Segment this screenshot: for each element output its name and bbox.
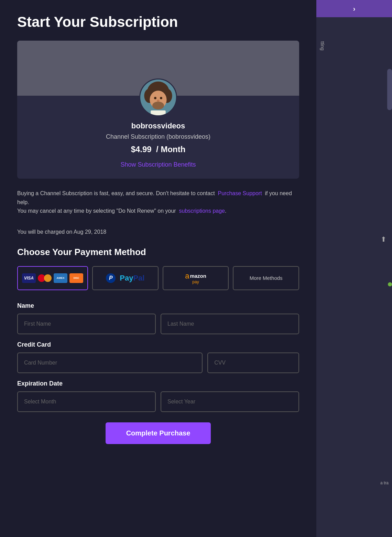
- mastercard-logo: [38, 274, 52, 283]
- page-title: Start Your Subscription: [17, 14, 299, 30]
- info-description: Buying a Channel Subscription is fast, e…: [17, 190, 215, 196]
- visa-logo: VISA: [22, 273, 36, 283]
- purchase-support-link[interactable]: Purchase Support: [218, 190, 262, 196]
- cvv-input[interactable]: [207, 352, 299, 373]
- more-methods-label: More Methods: [250, 275, 283, 281]
- expiration-section: Expiration Date Select Month January Feb…: [17, 380, 299, 412]
- card-number-input[interactable]: [17, 352, 203, 373]
- chevron-right-icon: ›: [353, 5, 356, 13]
- month-select-wrapper: Select Month January February March Apri…: [17, 391, 156, 412]
- svg-rect-9: [151, 110, 165, 116]
- credit-card-section: Credit Card: [17, 341, 299, 373]
- paypal-p-icon: P: [106, 273, 116, 283]
- complete-purchase-button[interactable]: Complete Purchase: [106, 422, 211, 444]
- discover-logo: DISC: [69, 273, 83, 283]
- payment-section-title: Choose Your Payment Method: [17, 247, 299, 257]
- side-panel-top[interactable]: ›: [316, 0, 392, 17]
- price-period: / Month: [156, 145, 185, 154]
- channel-avatar: [139, 78, 177, 116]
- side-panel-bottom-text: a tra: [380, 481, 389, 485]
- expiration-row: Select Month January February March Apri…: [17, 391, 299, 412]
- name-section: Name: [17, 302, 299, 334]
- cancel-notice: You may cancel at any time by selecting …: [17, 208, 176, 214]
- payment-methods: VISA AMEX DISC P PayPal a: [17, 266, 299, 290]
- svg-point-7: [157, 100, 160, 102]
- payment-method-amazon[interactable]: a mazon pay: [163, 266, 229, 290]
- credit-card-row: [17, 352, 299, 373]
- svg-point-6: [160, 97, 162, 99]
- upload-icon: ⬆: [381, 235, 386, 243]
- channel-price: $4.99 / Month: [17, 145, 299, 154]
- amazon-pay-logo: a mazon pay: [185, 272, 206, 284]
- side-panel-scrollbar[interactable]: [387, 69, 392, 110]
- channel-name: bobrossvideos: [17, 122, 299, 130]
- year-select[interactable]: Select Year 2018 2019 2020 2021 2022 202…: [161, 391, 299, 412]
- name-row: [17, 314, 299, 334]
- channel-card: bobrossvideos Channel Subscription (bobr…: [17, 41, 299, 179]
- first-name-input[interactable]: [17, 314, 156, 334]
- expiration-label: Expiration Date: [17, 380, 299, 387]
- complete-purchase-section: Complete Purchase: [17, 422, 299, 444]
- svg-point-8: [152, 102, 164, 109]
- credit-card-label: Credit Card: [17, 341, 299, 348]
- paypal-label: PayPal: [120, 274, 144, 283]
- price-value: $4.99: [131, 145, 152, 154]
- month-select[interactable]: Select Month January February March Apri…: [17, 391, 156, 412]
- name-label: Name: [17, 302, 299, 309]
- amex-logo: AMEX: [54, 273, 67, 283]
- svg-point-5: [154, 97, 156, 99]
- show-benefits-link[interactable]: Show Subscription Benefits: [120, 161, 196, 168]
- subscriptions-page-link[interactable]: subscriptions page: [179, 208, 225, 214]
- channel-subscription-label: Channel Subscription (bobrossvideos): [17, 133, 299, 140]
- side-panel-settings-text: tting: [320, 41, 325, 50]
- green-status-dot: [388, 282, 392, 286]
- payment-method-paypal[interactable]: P PayPal: [92, 266, 159, 290]
- payment-method-more[interactable]: More Methods: [233, 266, 299, 290]
- info-section: Buying a Channel Subscription is fast, e…: [17, 189, 299, 236]
- upload-icon-area[interactable]: ⬆: [375, 231, 392, 248]
- year-select-wrapper: Select Year 2018 2019 2020 2021 2022 202…: [161, 391, 299, 412]
- charge-notice: You will be charged on Aug 29, 2018: [17, 228, 299, 236]
- payment-method-cards[interactable]: VISA AMEX DISC: [17, 266, 88, 290]
- side-panel: › tting ⬆ a tra: [316, 0, 392, 537]
- last-name-input[interactable]: [161, 314, 299, 334]
